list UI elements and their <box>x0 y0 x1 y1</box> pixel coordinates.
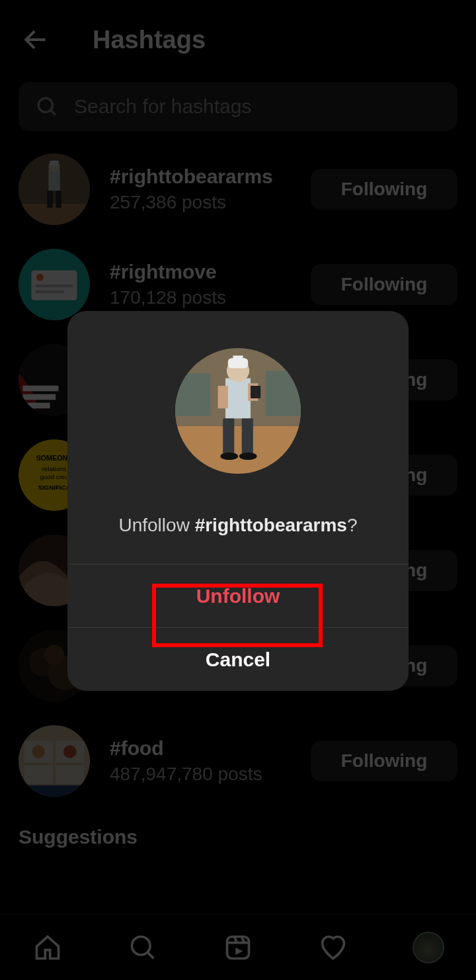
unfollow-dialog: Unfollow #righttobeararms? Unfollow Canc… <box>67 311 409 691</box>
svg-rect-48 <box>225 379 251 419</box>
svg-point-51 <box>220 453 238 460</box>
svg-rect-55 <box>251 386 260 398</box>
dialog-tag: #righttobeararms <box>195 515 347 535</box>
svg-rect-53 <box>218 386 228 408</box>
dialog-suffix: ? <box>347 515 358 535</box>
svg-rect-47 <box>266 371 301 416</box>
unfollow-button[interactable]: Unfollow <box>67 564 409 627</box>
dialog-message: Unfollow #righttobeararms? <box>118 515 357 536</box>
svg-rect-49 <box>223 418 234 453</box>
dialog-body: Unfollow #righttobeararms? <box>67 311 409 564</box>
svg-rect-58 <box>233 355 243 361</box>
dialog-prefix: Unfollow <box>118 515 194 535</box>
cancel-button[interactable]: Cancel <box>67 627 409 691</box>
svg-rect-50 <box>242 418 253 453</box>
svg-rect-46 <box>175 373 210 416</box>
svg-point-52 <box>239 453 257 460</box>
dialog-hashtag-avatar <box>175 348 301 474</box>
svg-rect-45 <box>175 426 301 474</box>
hashtags-following-screen: Hashtags Search for hashtags #righttobea… <box>0 0 476 980</box>
